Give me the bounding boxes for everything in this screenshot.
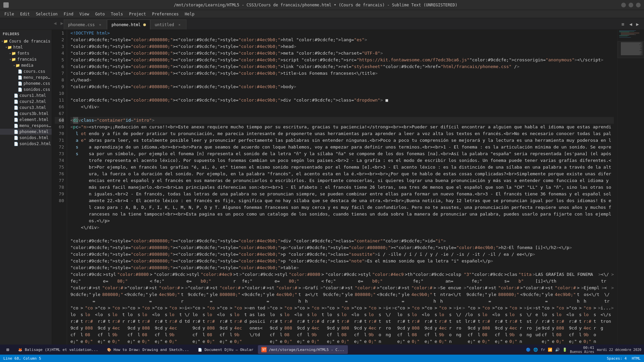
menu-goto[interactable]: Goto — [93, 11, 108, 17]
file-icon: 📄 — [13, 106, 19, 110]
sidebar-item-fonts[interactable]: ▸📁fonts — [0, 50, 52, 56]
code-line-72: "color:#9cdcfe;">style="color:#808080;">… — [70, 238, 614, 244]
sidebar-item-sonidos-css[interactable]: 📄sonidos.css — [0, 86, 52, 93]
taskbar-djvu-label: Document DjVu — Okular — [205, 348, 254, 352]
title-bar-controls — [621, 3, 641, 7]
menu-find[interactable]: Find — [61, 11, 76, 17]
menu-edit[interactable]: Edit — [17, 11, 33, 17]
line-number-74: 74 — [55, 157, 64, 164]
code-line-2: "color:#9cdcfe;">style="color:#808080;">… — [70, 37, 614, 43]
tab-phoneme-css[interactable]: phoneme.css ✕ — [64, 19, 107, 29]
minimize-button[interactable] — [621, 3, 626, 7]
code-line-67 — [70, 110, 614, 117]
sidebar-item-sonidos-html[interactable]: 📄sonidos.html — [0, 135, 52, 141]
title-bar-title: /mnt/storage/Learning/HTML5 - CSS3/Cours… — [10, 3, 621, 7]
taskbar-draw[interactable]: 🎨 How to Draw: Drawing and Sketch... — [103, 345, 193, 354]
taskbar-djvu[interactable]: 📄 Document DjVu — Okular — [194, 345, 257, 354]
menu-help[interactable]: Help — [182, 11, 197, 17]
tab-close-phoneme-css[interactable]: ✕ — [97, 22, 103, 27]
taskbar-terminal[interactable]: ⊞ — [3, 345, 13, 354]
menu-view[interactable]: View — [77, 11, 92, 17]
file-icon: 📄 — [13, 118, 19, 122]
status-right: Spaces: 4 HTML — [607, 356, 641, 361]
title-bar-left — [3, 2, 10, 8]
sidebar-item-label: menu_responsive.ht... — [19, 123, 52, 128]
line-numbers: 1234567891011666768697071727374757677787… — [52, 30, 67, 355]
menu-project[interactable]: Project — [126, 11, 149, 17]
sidebar-item-label: sonidos.html — [19, 135, 52, 140]
file-icon: 📄 — [17, 69, 23, 74]
line-number-8: 8 — [55, 77, 64, 83]
status-encoding: HTML — [632, 356, 641, 361]
editor-area: 1234567891011666768697071727374757677787… — [52, 30, 644, 355]
taskbar-draw-label: How to Draw: Drawing and Sketch... — [114, 348, 189, 352]
sidebar-item-html[interactable]: ▾📁html — [0, 44, 52, 50]
code-line-68: <div class="container" id="intro"> — [70, 117, 614, 124]
taskbar-sublime[interactable]: ST /mnt/storage/Learning/HTML5 - C... — [258, 345, 347, 354]
tab-untitled[interactable]: untitled ✕ — [150, 19, 186, 29]
taskbar: ⊞ 🦊 Balisage (X)HTML et validation... 🎨 … — [0, 345, 644, 355]
svg-rect-0 — [618, 30, 644, 331]
code-line-9: "color:#9cdcfe;">style="color:#808080;">… — [70, 83, 614, 90]
line-number-77: 77 — [55, 177, 64, 184]
sidebar-item-cours-css[interactable]: 📄cours.css — [0, 68, 52, 74]
tab-close-untitled[interactable]: ✕ — [177, 22, 182, 27]
tab-next-arrow[interactable]: ▶ — [59, 20, 65, 26]
sidebar-item-menu-responsive-html[interactable]: 📄menu_responsive.ht... — [0, 123, 52, 129]
line-number-72: 72 — [55, 144, 64, 150]
line-number-4: 4 — [55, 50, 64, 57]
sidebar-header: FOLDERS — [0, 30, 52, 38]
sidebar-item-label: cours3.html — [19, 105, 52, 110]
sidebar-item-francais[interactable]: ▾📁francais — [0, 56, 52, 62]
taskbar-fr: fr — [541, 348, 545, 352]
svg-rect-9 — [619, 36, 628, 36]
svg-rect-4 — [621, 33, 639, 33]
file-icon: 📄 — [17, 81, 23, 86]
svg-rect-1 — [619, 31, 636, 31]
line-number-68: 68 — [55, 117, 64, 124]
tab-label: phoneme.css — [68, 22, 95, 27]
taskbar-bluetooth: 🔵 — [526, 348, 531, 352]
line-number-76: 76 — [55, 171, 64, 177]
menu-selection[interactable]: Selection — [33, 11, 60, 17]
funnel-icon[interactable]: ≡ — [622, 21, 624, 27]
pane-next-arrow[interactable]: ▶ — [635, 21, 641, 27]
sidebar-item-cours3b-html[interactable]: 📄cours3b.html — [0, 111, 52, 117]
code-content[interactable]: <!DOCTYPE html>"color:#9cdcfe;">style="c… — [67, 30, 617, 355]
line-number-10: 10 — [55, 90, 64, 97]
sidebar-item-phoneme-css-file[interactable]: 📄phoneme.css — [0, 80, 52, 86]
file-icon: 📄 — [17, 75, 23, 80]
folder-icon: 📁 — [15, 63, 20, 68]
sidebar-item-cours3-html[interactable]: 📄cours3.html — [0, 105, 52, 111]
taskbar-left: ⊞ 🦊 Balisage (X)HTML et validation... 🎨 … — [3, 345, 348, 354]
menu-tools[interactable]: Tools — [108, 11, 126, 17]
pane-prev-arrow[interactable]: ◀ — [628, 21, 634, 27]
tab-nav-arrows: ◀ ▶ — [52, 20, 65, 26]
menu-preferences[interactable]: Preferences — [149, 11, 181, 17]
sidebar-item-menu-responsive-css[interactable]: 📄menu_responsive... — [0, 74, 52, 80]
sidebar-item-sonidos2-html[interactable]: 📄sonidos2.html — [0, 141, 52, 147]
sidebar-item-element-html[interactable]: 📄element.html — [0, 117, 52, 123]
sidebar-item-label: media — [20, 63, 52, 68]
taskbar-balisage[interactable]: 🦊 Balisage (X)HTML et validation... — [14, 345, 102, 354]
code-line-1: <!DOCTYPE html> — [70, 30, 614, 37]
tab-phoneme-html[interactable]: phoneme.html — [107, 19, 150, 29]
sidebar-item-media[interactable]: ▸📁media — [0, 62, 52, 68]
line-number-80: 80 — [55, 197, 64, 204]
file-icon: 📄 — [13, 136, 19, 140]
tab-prev-arrow[interactable]: ◀ — [52, 20, 58, 26]
taskbar-time: 00:41 — [570, 346, 594, 350]
sidebar-item-cours2-html[interactable]: 📄cours2.html — [0, 99, 52, 105]
taskbar-balisage-label: Balisage (X)HTML et validation... — [25, 348, 98, 352]
minimap — [617, 30, 644, 355]
tab-bar: ◀ ▶ phoneme.css ✕ phoneme.html untitled … — [0, 18, 644, 30]
maximize-button[interactable] — [629, 3, 633, 7]
sidebar-item-phoneme-html-file[interactable]: 📄phoneme.html — [0, 129, 52, 135]
code-line-78: "color:#9cdcfe;">style="color:#808080;">… — [70, 285, 614, 305]
sidebar-item-cours1-html[interactable]: 📄cours1.html — [0, 93, 52, 99]
menu-file[interactable]: File — [2, 11, 17, 17]
menu-bar: File Edit Selection Find View Goto Tools… — [0, 10, 644, 18]
close-button[interactable] — [636, 3, 641, 7]
sidebar-item-label: phoneme.css — [23, 81, 52, 86]
sidebar-item-cours-de-francais[interactable]: ▾📁Cours de francais — [0, 38, 52, 44]
